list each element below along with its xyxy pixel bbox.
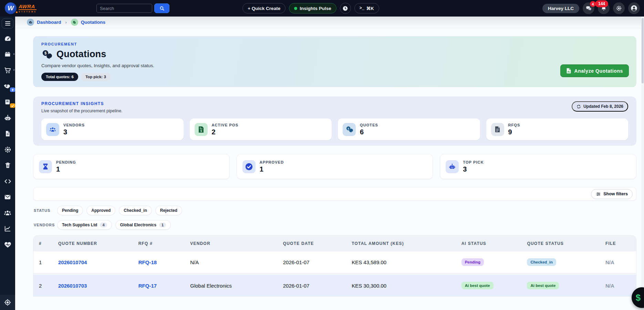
status-card-approved[interactable]: APPROVED 1 bbox=[237, 154, 433, 179]
hero-eyebrow: PROCUREMENT bbox=[41, 42, 628, 46]
status-label: APPROVED bbox=[260, 160, 284, 164]
vendor-chip-global-electronics[interactable]: Global Electronics 1 bbox=[115, 220, 171, 230]
status-chip-approved[interactable]: Approved bbox=[86, 206, 115, 215]
refresh-updated-button[interactable]: Updated Feb 8, 2026 bbox=[572, 101, 628, 112]
stat-card-rfqs[interactable]: RFQS 9 bbox=[486, 118, 629, 140]
stat-card-quotes[interactable]: $ QUOTES 6 bbox=[338, 118, 480, 140]
gear-icon bbox=[615, 5, 622, 12]
top-pick-badge: Top pick: 3 bbox=[81, 73, 111, 81]
scrollbar-thumb[interactable] bbox=[642, 18, 644, 83]
sidebar-item-partners[interactable] bbox=[1, 81, 14, 91]
clock-icon bbox=[342, 5, 349, 12]
insights-pulse-button[interactable]: Insights Pulse bbox=[289, 3, 336, 13]
org-switcher[interactable]: Harvey LLC bbox=[542, 4, 579, 13]
stat-label: RFQS bbox=[508, 123, 520, 127]
vertical-scrollbar[interactable] bbox=[641, 17, 644, 310]
stat-label: ACTIVE POS bbox=[212, 123, 239, 127]
vendors-filter-label: VENDORS bbox=[34, 223, 54, 227]
status-label: TOP PICK bbox=[463, 160, 484, 164]
dashboard-gauge-icon bbox=[4, 35, 12, 43]
cell-num: 2 bbox=[33, 274, 53, 296]
status-value: 3 bbox=[463, 165, 484, 173]
cell-file: N/A bbox=[605, 259, 614, 265]
ai-status-badge: Pending bbox=[461, 258, 484, 266]
notifications-button[interactable]: 144 bbox=[598, 2, 610, 14]
stat-card-vendors[interactable]: VENDORS 3 bbox=[41, 118, 184, 140]
sidebar-item-ai-assistant[interactable] bbox=[1, 113, 14, 123]
sidebar-item-analytics[interactable] bbox=[1, 224, 14, 234]
brand-node-dot bbox=[15, 11, 18, 14]
search-button[interactable] bbox=[154, 3, 169, 13]
breadcrumb: Dashboard › Quotations bbox=[15, 17, 644, 28]
col-header-ai-status: AI STATUS bbox=[456, 236, 522, 251]
sidebar-item-mail[interactable] bbox=[1, 192, 14, 202]
rfq-link[interactable]: RFQ-18 bbox=[138, 259, 157, 265]
breadcrumb-quotations[interactable]: Quotations bbox=[71, 19, 105, 26]
chart-line-icon bbox=[4, 225, 11, 232]
cell-vendor: Global Electronics bbox=[185, 274, 277, 296]
sidebar-item-target[interactable] bbox=[0, 295, 15, 310]
status-label: PENDING bbox=[56, 160, 76, 164]
sidebar-item-ledger[interactable] bbox=[1, 97, 14, 107]
dashboard-gauge-icon bbox=[27, 19, 34, 26]
users-group-icon bbox=[46, 123, 59, 136]
vendor-chip-tech-supplies[interactable]: Tech Supplies Ltd 4 bbox=[57, 220, 112, 230]
analyze-quotations-label: Analyze Quotations bbox=[574, 68, 623, 74]
sidebar-item-products[interactable]: › bbox=[1, 49, 14, 60]
insights-panel: PROCUREMENT INSIGHTS Live snapshot of th… bbox=[33, 96, 636, 146]
table-row: 1 2026010704 RFQ-18 N/A 2026-01-07 KES 4… bbox=[33, 251, 636, 274]
cell-total-amount: KES 43,589.00 bbox=[346, 251, 456, 274]
chat-button[interactable]: 4 bbox=[583, 2, 594, 14]
search-input[interactable] bbox=[96, 4, 152, 13]
cell-num: 1 bbox=[33, 251, 53, 274]
sidebar-item-developer[interactable] bbox=[1, 176, 14, 186]
status-value: 1 bbox=[56, 165, 76, 173]
profile-button[interactable] bbox=[628, 2, 640, 14]
status-chip-rejected[interactable]: Rejected bbox=[155, 206, 182, 215]
sidebar-item-people[interactable] bbox=[1, 208, 14, 218]
quotations-table: # QUOTE NUMBER RFQ # VENDOR QUOTE DATE T… bbox=[33, 235, 636, 297]
quote-number-link[interactable]: 2026010703 bbox=[58, 283, 87, 289]
status-card-top-pick[interactable]: TOP PICK 3 bbox=[440, 154, 636, 179]
sidebar-item-dashboard[interactable] bbox=[1, 33, 14, 44]
sidebar-item-settings[interactable] bbox=[1, 144, 14, 155]
target-icon bbox=[4, 299, 11, 306]
hero-card: PROCUREMENT $ Quotations Compare vendor … bbox=[33, 36, 636, 87]
brand-logo[interactable]: W AWRA SYSTEMS bbox=[5, 2, 49, 14]
quick-create-label: + Quick Create bbox=[248, 6, 280, 11]
status-value: 1 bbox=[260, 165, 284, 173]
sidebar-toggle-button[interactable] bbox=[2, 18, 13, 29]
ai-status-badge: Ai best quote bbox=[461, 282, 494, 289]
breadcrumb-dashboard[interactable]: Dashboard bbox=[27, 19, 61, 26]
vendors-filter-row: VENDORS Tech Supplies Ltd 4 Global Elect… bbox=[33, 220, 636, 230]
command-palette-button[interactable]: >_ ⌘K bbox=[354, 3, 379, 13]
quick-create-button[interactable]: + Quick Create bbox=[242, 3, 285, 13]
stat-card-active-pos[interactable]: $ ACTIVE POS 2 bbox=[190, 118, 332, 140]
rfq-link[interactable]: RFQ-17 bbox=[138, 283, 157, 289]
analyze-quotations-button[interactable]: Analyze Quotations bbox=[560, 64, 629, 77]
comments-dollar-icon: $ bbox=[41, 49, 52, 60]
main-content: Dashboard › Quotations PROCUREMENT $ Quo… bbox=[15, 17, 644, 310]
navbar-search bbox=[96, 3, 169, 13]
status-chip-checked-in[interactable]: Checked_in bbox=[119, 206, 152, 215]
sidebar-item-purchases[interactable]: › bbox=[1, 65, 14, 75]
cell-vendor: N/A bbox=[185, 251, 277, 274]
comments-dollar-icon: $ bbox=[343, 123, 356, 136]
status-card-pending[interactable]: PENDING 1 bbox=[33, 154, 230, 179]
sidebar-item-documents[interactable] bbox=[1, 128, 14, 139]
sidebar: › › bbox=[0, 17, 15, 310]
show-filters-button[interactable]: Show filters bbox=[591, 189, 633, 199]
mail-icon bbox=[4, 193, 11, 201]
status-chip-pending[interactable]: Pending bbox=[57, 206, 83, 215]
shortcut-label: ⌘K bbox=[366, 6, 374, 11]
sidebar-item-health[interactable] bbox=[1, 239, 14, 250]
stat-value: 3 bbox=[63, 128, 85, 136]
status-cards: PENDING 1 APPROVED 1 bbox=[33, 154, 636, 179]
history-clock-button[interactable] bbox=[340, 3, 351, 14]
settings-button[interactable] bbox=[613, 2, 625, 14]
col-header-num: # bbox=[33, 236, 53, 251]
filter-bar: Show filters bbox=[33, 187, 636, 201]
quote-number-link[interactable]: 2026010704 bbox=[58, 259, 87, 265]
stat-label: VENDORS bbox=[63, 123, 85, 127]
sidebar-item-trash[interactable] bbox=[1, 160, 14, 170]
